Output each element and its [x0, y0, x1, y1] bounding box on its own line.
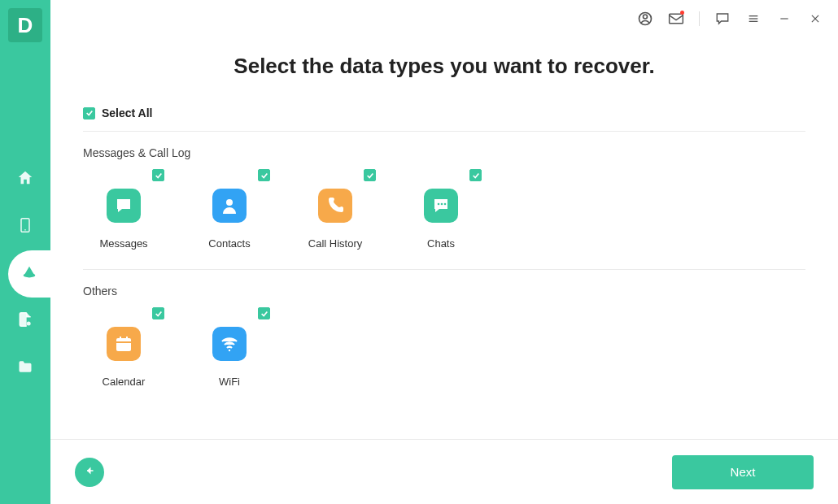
- checkbox-calendar[interactable]: [152, 307, 164, 319]
- menu-icon[interactable]: [745, 11, 762, 27]
- svg-point-1: [24, 229, 26, 231]
- svg-point-15: [441, 203, 443, 206]
- section-title-others: Others: [83, 285, 805, 298]
- type-label: Messages: [99, 237, 147, 250]
- cloud-icon: [20, 263, 38, 285]
- titlebar-separator: [699, 11, 700, 26]
- titlebar: [50, 0, 838, 37]
- messages-icon: [107, 189, 141, 223]
- footer: Next: [50, 439, 838, 504]
- type-label: Contacts: [208, 237, 250, 250]
- folder-icon: [17, 358, 33, 378]
- chat-icon: [424, 189, 458, 223]
- arrow-left-icon: [82, 463, 97, 481]
- page-title: Select the data types you want to recove…: [83, 54, 805, 79]
- close-button[interactable]: [807, 11, 823, 27]
- type-label: Chats: [427, 237, 455, 250]
- feedback-icon[interactable]: [714, 11, 731, 27]
- app-logo: D: [8, 8, 42, 42]
- mail-icon[interactable]: [668, 11, 684, 27]
- svg-point-3: [27, 322, 31, 326]
- type-item-contacts[interactable]: Contacts: [189, 169, 270, 250]
- type-label: Call History: [308, 237, 362, 250]
- type-item-messages[interactable]: Messages: [83, 169, 164, 250]
- type-item-calendar[interactable]: Calendar: [83, 307, 164, 388]
- contacts-icon: [212, 189, 247, 223]
- content-area: Select the data types you want to recove…: [50, 37, 838, 439]
- phone-icon: [318, 189, 352, 223]
- home-icon: [16, 169, 34, 190]
- sidebar-item-cloud[interactable]: [8, 250, 50, 298]
- sidebar-item-phone[interactable]: [0, 203, 50, 250]
- minimize-button[interactable]: [776, 11, 792, 27]
- wifi-icon: [212, 327, 247, 361]
- svg-point-16: [444, 203, 447, 206]
- type-label: WiFi: [219, 376, 240, 388]
- back-button[interactable]: [75, 458, 104, 487]
- account-icon[interactable]: [637, 11, 653, 27]
- svg-rect-6: [670, 14, 683, 24]
- section-title-messages: Messages & Call Log: [83, 146, 805, 159]
- sidebar-nav: [0, 156, 50, 392]
- phone-device-icon: [17, 217, 33, 237]
- type-label: Calendar: [103, 376, 146, 388]
- checkbox-wifi[interactable]: [258, 307, 270, 319]
- type-grid-others: Calendar WiFi: [83, 307, 805, 407]
- section-divider: [83, 269, 805, 270]
- svg-point-21: [229, 350, 230, 351]
- svg-rect-22: [87, 470, 94, 471]
- app-logo-letter: D: [18, 13, 33, 38]
- checkbox-contacts[interactable]: [258, 169, 270, 181]
- sidebar-item-folder[interactable]: [0, 345, 50, 392]
- svg-rect-17: [116, 338, 131, 351]
- sidebar-item-home[interactable]: [0, 156, 50, 203]
- select-all-checkbox[interactable]: [83, 107, 95, 119]
- file-alert-icon: [17, 311, 33, 331]
- checkbox-call-history[interactable]: [364, 169, 376, 181]
- sidebar-item-files-alert[interactable]: [0, 298, 50, 345]
- select-all-row[interactable]: Select All: [83, 106, 805, 132]
- svg-point-5: [644, 15, 648, 19]
- type-grid-messages: Messages Contacts: [83, 169, 805, 269]
- svg-point-2: [24, 273, 36, 278]
- next-button[interactable]: Next: [672, 455, 814, 489]
- sidebar: D: [0, 0, 50, 504]
- type-item-wifi[interactable]: WiFi: [189, 307, 270, 388]
- main-panel: Select the data types you want to recove…: [50, 0, 838, 504]
- calendar-icon: [107, 327, 141, 361]
- type-item-chats[interactable]: Chats: [400, 169, 482, 250]
- svg-point-13: [226, 199, 233, 206]
- svg-point-14: [438, 203, 440, 206]
- select-all-label: Select All: [102, 106, 153, 119]
- checkbox-messages[interactable]: [152, 169, 164, 181]
- notification-dot-icon: [680, 11, 684, 15]
- checkbox-chats[interactable]: [469, 169, 482, 181]
- type-item-call-history[interactable]: Call History: [295, 169, 376, 250]
